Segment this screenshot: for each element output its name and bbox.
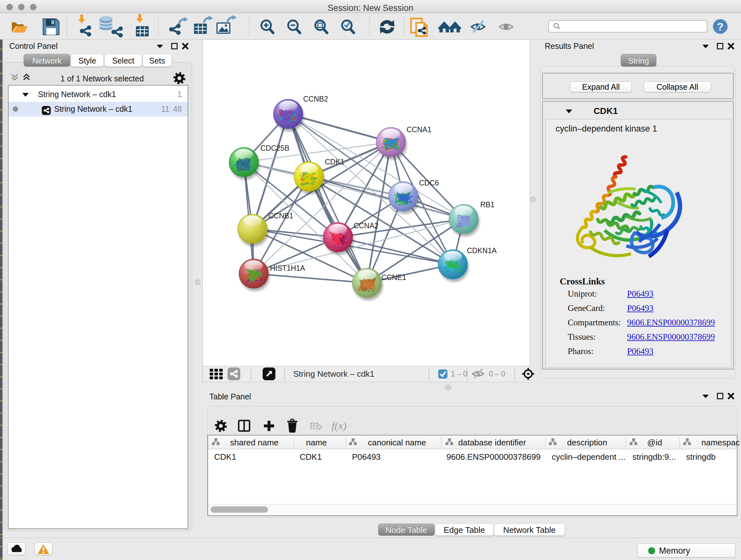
svg-text:?: ?	[717, 20, 724, 33]
svg-text:CDC6: CDC6	[419, 179, 439, 187]
svg-text:CDKN1A: CDKN1A	[467, 246, 497, 255]
svg-text:CCNA1: CCNA1	[407, 125, 431, 134]
svg-text:1 – 0: 1 – 0	[451, 370, 467, 378]
svg-text:CCNB1: CCNB1	[268, 212, 293, 220]
svg-text:0 – 0: 0 – 0	[489, 370, 505, 378]
svg-text:String Network – cdk1: String Network – cdk1	[293, 369, 374, 379]
svg-text:HIST1H1A: HIST1H1A	[270, 264, 306, 272]
svg-text:CDC25B: CDC25B	[260, 144, 289, 152]
svg-text:RB1: RB1	[480, 200, 495, 209]
svg-text:f(x): f(x)	[332, 420, 347, 432]
svg-text:CDK1: CDK1	[325, 158, 344, 166]
svg-text:CCNE1: CCNE1	[381, 273, 406, 282]
svg-text:CCNA2: CCNA2	[354, 222, 379, 230]
svg-text:CCNB2: CCNB2	[303, 95, 328, 103]
